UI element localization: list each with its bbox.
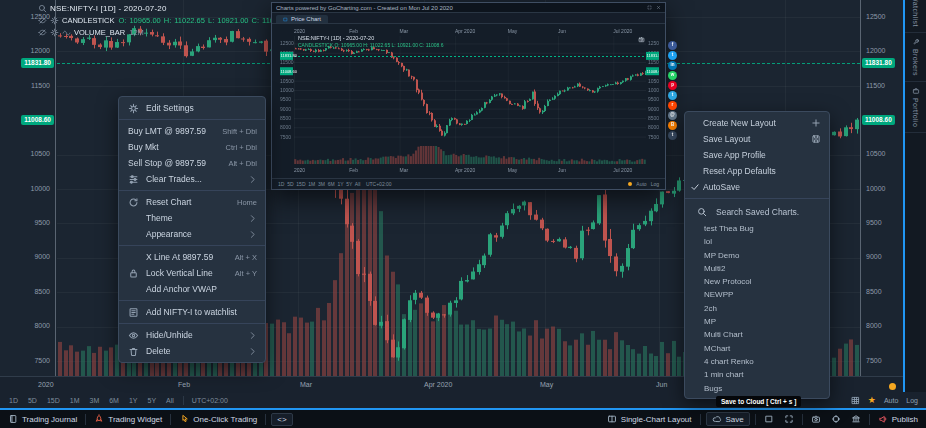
- saved-chart-mp-demo[interactable]: MP Demo: [685, 249, 829, 262]
- layout-menu-item-autosave[interactable]: AutoSave: [685, 179, 829, 195]
- saved-chart-lol[interactable]: lol: [685, 235, 829, 248]
- menu-item-clear-trades[interactable]: Clear Trades...: [119, 171, 265, 187]
- search-input[interactable]: [714, 206, 818, 218]
- range-5d[interactable]: 5D: [23, 397, 42, 404]
- appbar-one-click-trading-button[interactable]: One-Click Trading: [174, 413, 262, 425]
- hide-study-icon[interactable]: [38, 28, 47, 37]
- layout-menu-item-save-layout[interactable]: Save Layout: [685, 131, 829, 147]
- popup-title-bar[interactable]: Charts powered by GoCharting.com - Creat…: [272, 3, 665, 13]
- sidebar-tab-portfolio[interactable]: Portfolio: [905, 82, 926, 133]
- saved-chart-4-chart-renko[interactable]: 4 chart Renko: [685, 355, 829, 368]
- saved-chart-1-min-chart[interactable]: 1 min chart: [685, 368, 829, 381]
- menu-item-label: Sell Stop @ 9897.59: [128, 158, 222, 168]
- share-twitter-icon[interactable]: t: [668, 51, 677, 60]
- saved-chart-multi-chart[interactable]: Multi Chart: [685, 328, 829, 341]
- range-1m[interactable]: 1M: [65, 397, 85, 404]
- menu-item-add-nifty-i-to-watchlist[interactable]: Add NIFTY-I to watchlist: [119, 304, 265, 320]
- appbar-save-button[interactable]: Save: [706, 412, 750, 426]
- menu-item-add-anchor-vwap[interactable]: Add Anchor VWAP: [119, 281, 265, 297]
- share-tumblr-icon[interactable]: t: [668, 131, 677, 140]
- appbar-target-button[interactable]: [826, 413, 846, 425]
- price-tick: 9000: [34, 253, 50, 260]
- study-settings-icon[interactable]: [50, 16, 59, 25]
- sidebar-tab-brokers[interactable]: Brokers: [905, 33, 926, 82]
- timezone-label[interactable]: UTC+02:00: [188, 397, 232, 404]
- saved-chart-newpp[interactable]: NEWPP: [685, 288, 829, 301]
- appbar-bank-button[interactable]: [846, 413, 866, 425]
- share-whatsapp-icon[interactable]: w: [668, 71, 677, 80]
- price-tick: 12000: [31, 47, 50, 54]
- range-1y[interactable]: 1Y: [124, 397, 143, 404]
- appbar-label: Publish: [892, 415, 918, 424]
- menu-item-sell-stop-9897-59[interactable]: Sell Stop @ 9897.59Alt + Dbl: [119, 155, 265, 171]
- share-buttons: ftinwptr@Bt: [668, 41, 677, 140]
- snapshot-icon[interactable]: [638, 36, 645, 43]
- layout-menu-item-create-new-layout[interactable]: Create New Layout: [685, 115, 829, 131]
- sidebar-tab-watchlist[interactable]: Watchlist: [905, 0, 926, 33]
- layout-menu-item-save-app-profile[interactable]: Save App Profile: [685, 147, 829, 163]
- app-bar-right: Single-Chart LayoutSavePublish: [602, 412, 923, 426]
- range-all[interactable]: All: [161, 397, 179, 404]
- favorite-star-icon[interactable]: ★: [868, 396, 876, 405]
- ohlc-value: 10965.00: [129, 16, 160, 25]
- saved-chart-mp[interactable]: MP: [685, 315, 829, 328]
- menu-item-appearance[interactable]: Appearance: [119, 226, 265, 242]
- close-icon[interactable]: [656, 5, 661, 10]
- saved-chart-new-protocol[interactable]: New Protocol: [685, 275, 829, 288]
- saved-chart-2ch[interactable]: 2ch: [685, 302, 829, 315]
- appbar-trading-journal-button[interactable]: Trading Journal: [3, 413, 82, 425]
- expand-icon[interactable]: [647, 5, 652, 10]
- symbol-search-icon[interactable]: [38, 4, 47, 13]
- ohlc-label: L:: [208, 16, 214, 25]
- menu-item-reset-chart[interactable]: Reset ChartHome: [119, 194, 265, 210]
- menu-item-delete[interactable]: Delete: [119, 343, 265, 359]
- saved-charts-search[interactable]: [685, 202, 829, 222]
- log-scale-toggle[interactable]: Log: [906, 397, 918, 404]
- range-3m[interactable]: 3M: [84, 397, 104, 404]
- appbar-camera-button[interactable]: [806, 413, 826, 425]
- appbar-square-button[interactable]: [759, 413, 779, 425]
- menu-divider: [119, 245, 265, 246]
- appbar-publish-button[interactable]: Publish: [873, 413, 923, 425]
- appbar-expand-button[interactable]: [779, 413, 799, 425]
- range-15d[interactable]: 15D: [42, 397, 65, 404]
- price-axis-left[interactable]: 1250012000115001050010000950090008500800…: [0, 0, 56, 376]
- menu-item-buy-mkt[interactable]: Buy MktCtrl + Dbl: [119, 139, 265, 155]
- study-settings-icon[interactable]: [50, 28, 59, 37]
- range-1d[interactable]: 1D: [4, 397, 23, 404]
- auto-scale-toggle[interactable]: Auto: [884, 397, 898, 404]
- menu-item-buy-lmt-9897-59[interactable]: Buy LMT @ 9897.59Shift + Dbl: [119, 123, 265, 139]
- menu-item-hide-unhide[interactable]: Hide/Unhide: [119, 327, 265, 343]
- popup-chart-preview: NSE:NIFTY-I [1D] - 2020-07-20 CANDLESTIC…: [272, 24, 665, 189]
- grid-toggle-icon[interactable]: [851, 396, 860, 405]
- appbar-trading-widget-button[interactable]: Trading Widget: [89, 413, 167, 425]
- range-6m[interactable]: 6M: [104, 397, 124, 404]
- share-facebook-icon[interactable]: f: [668, 41, 677, 50]
- share-telegram-icon[interactable]: t: [668, 91, 677, 100]
- share-reddit-icon[interactable]: r: [668, 101, 677, 110]
- saved-chart-test-thea-bug[interactable]: test Thea Bug: [685, 222, 829, 235]
- menu-item-label: Theme: [146, 213, 242, 223]
- saved-chart-bugs[interactable]: Bugs: [685, 382, 829, 395]
- timeline-label: Mar: [300, 381, 312, 388]
- menu-item-x-line-at-9897-59[interactable]: X Line At 9897.59Alt + X: [119, 249, 265, 265]
- tab-price-chart[interactable]: Price Chart: [276, 15, 328, 23]
- range-toolbar-right: ★ Auto Log: [851, 396, 926, 405]
- menu-item-theme[interactable]: Theme: [119, 210, 265, 226]
- saved-chart-multi2[interactable]: Multi2: [685, 262, 829, 275]
- cloud-icon: [712, 414, 722, 424]
- layout-menu-item-reset-app-defaults[interactable]: Reset App Defaults: [685, 163, 829, 179]
- floppy-icon: [811, 134, 821, 144]
- menu-item-lock-vertical-line[interactable]: Lock Vertical LineAlt + Y: [119, 265, 265, 281]
- range-5y[interactable]: 5Y: [143, 397, 162, 404]
- price-axis-right[interactable]: 1250012000115001050010000950090008500800…: [860, 0, 903, 376]
- share-pinterest-icon[interactable]: p: [668, 81, 677, 90]
- share-linkedin-icon[interactable]: in: [668, 61, 677, 70]
- hide-study-icon[interactable]: [38, 16, 47, 25]
- menu-item-edit-settings[interactable]: Edit Settings: [119, 100, 265, 116]
- saved-chart-mchart[interactable]: MChart: [685, 342, 829, 355]
- share-blogger-icon[interactable]: B: [668, 121, 677, 130]
- appbar-item-button[interactable]: <>: [271, 413, 292, 426]
- share-email-icon[interactable]: @: [668, 111, 677, 120]
- appbar-single-chart-layout-button[interactable]: Single-Chart Layout: [602, 413, 697, 425]
